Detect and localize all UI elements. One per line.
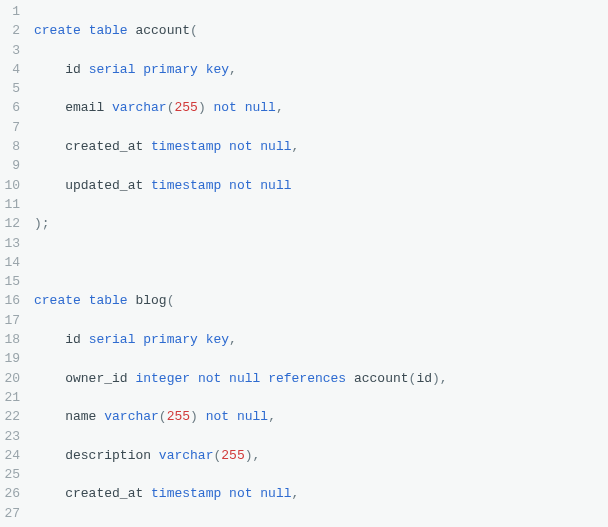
code-line: create table blog(: [34, 291, 510, 310]
line-number: 17: [0, 311, 20, 330]
line-number: 27: [0, 504, 20, 523]
line-number: 5: [0, 79, 20, 98]
line-number: 10: [0, 176, 20, 195]
code-line: id serial primary key,: [34, 330, 510, 349]
code-line: updated_at timestamp not null: [34, 176, 510, 195]
line-number: 6: [0, 98, 20, 117]
line-number: 2: [0, 21, 20, 40]
code-block: 1 2 3 4 5 6 7 8 9 10 11 12 13 14 15 16 1…: [0, 0, 608, 527]
line-number: 13: [0, 234, 20, 253]
code-line: created_at timestamp not null,: [34, 484, 510, 503]
line-number: 12: [0, 214, 20, 233]
line-number: 15: [0, 272, 20, 291]
code-line: name varchar(255) not null,: [34, 407, 510, 426]
code-content[interactable]: create table account( id serial primary …: [34, 2, 510, 527]
line-number: 22: [0, 407, 20, 426]
line-number: 26: [0, 484, 20, 503]
line-number: 23: [0, 427, 20, 446]
line-number: 20: [0, 369, 20, 388]
code-line: email varchar(255) not null,: [34, 98, 510, 117]
code-line: owner_id integer not null references acc…: [34, 369, 510, 388]
line-number: 18: [0, 330, 20, 349]
code-line: create table account(: [34, 21, 510, 40]
code-line: updated_at timestamp not null: [34, 523, 510, 527]
code-line: created_at timestamp not null,: [34, 137, 510, 156]
line-number: 3: [0, 41, 20, 60]
line-number: 1: [0, 2, 20, 21]
line-number: 9: [0, 156, 20, 175]
line-number: 14: [0, 253, 20, 272]
line-number: 25: [0, 465, 20, 484]
code-line: [34, 253, 510, 272]
code-line: );: [34, 214, 510, 233]
line-number: 11: [0, 195, 20, 214]
code-line: id serial primary key,: [34, 60, 510, 79]
code-line: description varchar(255),: [34, 446, 510, 465]
line-number: 16: [0, 291, 20, 310]
line-number: 21: [0, 388, 20, 407]
line-number: 8: [0, 137, 20, 156]
line-number: 19: [0, 349, 20, 368]
line-number: 7: [0, 118, 20, 137]
line-number-gutter: 1 2 3 4 5 6 7 8 9 10 11 12 13 14 15 16 1…: [0, 2, 34, 527]
line-number: 4: [0, 60, 20, 79]
line-number: 24: [0, 446, 20, 465]
